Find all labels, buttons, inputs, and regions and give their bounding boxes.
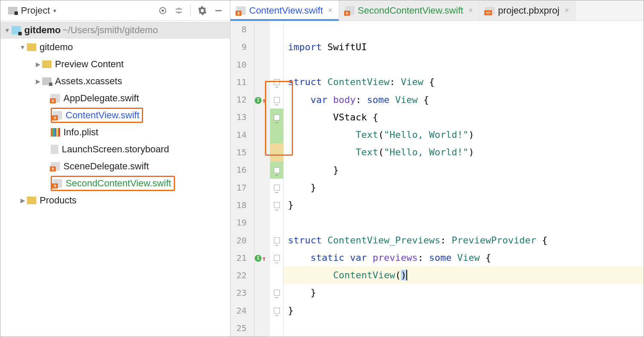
line-number: 23 [236, 284, 247, 302]
line-number: 10 [236, 56, 247, 74]
code-editor[interactable]: 8 9 10 11 12 13 14 15 16 17 18 19 20 21 … [230, 21, 644, 337]
line-number: 12 [236, 91, 247, 109]
tree-folder-preview[interactable]: ▶ Preview Content [0, 56, 230, 73]
fold-icon[interactable] [274, 79, 280, 85]
line-number: 16 [236, 161, 247, 179]
swift-file-icon [51, 162, 60, 171]
locate-target-button[interactable] [155, 3, 170, 18]
project-name: gitdemo [24, 25, 61, 36]
collapse-all-button[interactable] [172, 3, 186, 18]
swift-file-icon [345, 6, 354, 15]
tree-file-scenedelegate[interactable]: ▶ SceneDelegate.swift [0, 158, 230, 175]
line-number: 11 [236, 74, 247, 91]
file-label: LaunchScreen.storyboard [62, 144, 169, 155]
fold-icon[interactable] [274, 114, 280, 120]
cursor-line[interactable]: ContentView() [284, 266, 644, 284]
project-view-dropdown[interactable]: Project ▾ [5, 3, 60, 18]
line-number: 15 [236, 144, 247, 161]
chevron-down-icon[interactable]: ▼ [18, 44, 27, 51]
fold-icon[interactable] [274, 167, 280, 173]
line-number-gutter: 8 9 10 11 12 13 14 15 16 17 18 19 20 21 … [230, 21, 255, 337]
hide-panel-button[interactable] [211, 3, 226, 18]
tree-file-launchscreen[interactable]: ▶ LaunchScreen.storyboard [0, 141, 230, 158]
fold-icon[interactable] [274, 255, 280, 261]
file-label-modified: ContentView.swift [66, 110, 139, 121]
marker-gutter: ↑ ↑ [255, 21, 270, 337]
project-tree: ▼ gitdemo ~/Users/jsmith/gitdemo ▼ gitde… [0, 21, 230, 337]
chevron-right-icon[interactable]: ▶ [18, 197, 27, 204]
fold-icon[interactable] [274, 290, 280, 296]
line-number: 18 [236, 197, 247, 214]
inspection-marker[interactable]: ↑ [255, 91, 270, 109]
sidebar-toolbar: Project ▾ [0, 0, 230, 21]
tree-file-contentview[interactable]: ▶ ContentView.swift [0, 107, 230, 124]
file-label: AppDelegate.swift [63, 93, 139, 104]
inspection-marker[interactable]: ↑ [255, 249, 270, 266]
tab-pbxproj[interactable]: project.pbxproj × [479, 0, 575, 20]
tree-file-appdelegate[interactable]: ▶ AppDelegate.swift [0, 90, 230, 107]
close-icon[interactable]: × [564, 6, 569, 15]
xcassets-folder-icon [42, 77, 52, 85]
close-icon[interactable]: × [469, 6, 473, 15]
line-number: 13 [236, 109, 247, 126]
tree-root[interactable]: ▼ gitdemo ~/Users/jsmith/gitdemo [0, 22, 230, 39]
fold-icon[interactable] [274, 97, 280, 103]
editor-area: ContentView.swift × SecondContentView.sw… [230, 0, 644, 337]
chevron-right-icon[interactable]: ▶ [34, 61, 42, 68]
swift-file-icon [53, 111, 62, 120]
line-number: 22 [236, 267, 247, 284]
fold-icon[interactable] [274, 202, 280, 208]
line-number: 20 [236, 232, 247, 249]
line-number: 21 [236, 249, 247, 267]
xml-file-icon [485, 7, 494, 14]
chevron-right-icon[interactable]: ▶ [34, 78, 42, 85]
cursor: ) [401, 270, 407, 280]
tree-file-secondcontentview[interactable]: ▶ SecondContentView.swift [0, 175, 230, 192]
folder-icon [42, 60, 52, 68]
project-path: ~/Users/jsmith/gitdemo [63, 25, 158, 36]
tab-label: project.pbxproj [498, 5, 559, 16]
tab-label: SecondContentView.swift [358, 5, 463, 16]
line-number: 25 [236, 320, 247, 337]
line-number: 9 [236, 38, 247, 56]
vcs-modified-marker[interactable] [270, 143, 283, 161]
line-number: 17 [236, 179, 247, 197]
fold-icon[interactable] [274, 308, 280, 314]
project-icon [12, 26, 21, 34]
folder-label: Preview Content [55, 59, 124, 70]
tree-file-infoplist[interactable]: ▶ Info.plist [0, 124, 230, 141]
vcs-added-marker[interactable] [270, 161, 283, 179]
file-label: Info.plist [63, 127, 98, 138]
file-label: SceneDelegate.swift [63, 161, 149, 172]
close-icon[interactable]: × [328, 6, 333, 15]
swift-file-icon [236, 6, 246, 15]
chevron-down-icon: ▾ [53, 7, 56, 14]
folder-label: Products [40, 195, 77, 206]
annotation-highlight: ContentView.swift [51, 108, 143, 123]
tab-label: ContentView.swift [249, 5, 323, 16]
tab-secondcontentview[interactable]: SecondContentView.swift × [339, 0, 479, 20]
plist-file-icon [51, 128, 60, 137]
folder-label: gitdemo [40, 42, 73, 53]
fold-icon[interactable] [274, 237, 280, 243]
swift-file-icon [53, 179, 62, 188]
project-label: Project [21, 5, 50, 16]
tab-contentview[interactable]: ContentView.swift × [230, 0, 339, 20]
editor-tabs: ContentView.swift × SecondContentView.sw… [230, 0, 644, 21]
line-number: 24 [236, 302, 247, 320]
svg-point-1 [162, 10, 164, 11]
folder-icon [27, 197, 36, 204]
project-sidebar: Project ▾ ▼ gitdemo ~/Users/jsmith/gitde… [0, 0, 230, 337]
tree-folder-gitdemo[interactable]: ▼ gitdemo [0, 39, 230, 56]
vcs-change-gutter [270, 21, 284, 337]
tree-folder-assets[interactable]: ▶ Assets.xcassets [0, 73, 230, 90]
fold-icon[interactable] [274, 185, 280, 191]
swift-file-icon [51, 94, 60, 103]
line-number: 14 [236, 126, 247, 144]
settings-button[interactable] [195, 3, 210, 18]
chevron-down-icon[interactable]: ▼ [3, 27, 12, 34]
line-number: 19 [236, 214, 247, 231]
code-content[interactable]: import SwiftUI struct ContentView: View … [284, 21, 644, 337]
tree-folder-products[interactable]: ▶ Products [0, 192, 230, 209]
line-number: 8 [236, 21, 247, 38]
